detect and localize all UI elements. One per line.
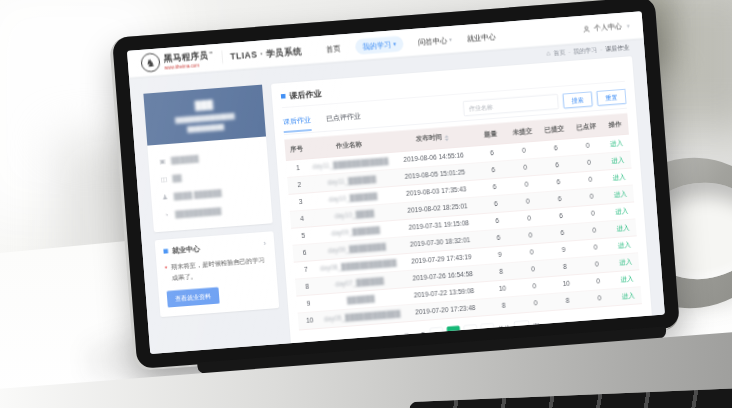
tab-homework[interactable]: 课后作业 [283,115,312,133]
cell-submitted: 8 [548,259,581,274]
info-text-redacted: ████ ██████ [173,188,221,199]
page-button-2[interactable]: 2 [464,324,478,338]
dark-horse-logo-icon: ♞ [140,52,160,72]
breadcrumb-separator: · [600,45,603,52]
cell-reviewed: 0 [578,223,611,238]
enter-link[interactable]: 进入 [619,258,633,266]
nav-qa-center-label: 问答中心 [418,35,448,47]
table-body: 1 day11_████████████ 2019-08-06 14:55:16… [286,134,642,330]
blue-square-icon [163,249,168,254]
profile-info-list: ▣██████ ◫██ ♟████ ██████ ◔██████████ [147,136,272,232]
goto-page-input[interactable] [514,320,530,334]
cell-no: 7 [294,262,318,277]
cell-question-count: 10 [486,281,519,296]
enter-link[interactable]: 进入 [622,292,636,300]
enter-link[interactable]: 进入 [615,207,629,215]
page-buttons: 12 [447,324,478,339]
cell-reviewed: 0 [573,155,606,170]
nav-home[interactable]: 首页 [326,43,341,54]
reset-button[interactable]: 重置 [596,89,626,106]
chevron-down-icon: ▾ [627,23,630,30]
homework-name-redacted: day11_████████████ [312,157,388,170]
column-header: 已提交 [538,119,571,139]
scene: ♞ 黑马程序员™ www.itheima.com TLIAS · 学员系统 首页… [0,0,732,408]
cell-no: 10 [298,313,322,328]
cell-no: 1 [286,161,310,176]
column-header: 已点评 [570,116,603,136]
cell-no: 9 [296,296,320,311]
job-center-notice: ● 期末将至，是时候检验自己的学习成果了。 [164,255,268,284]
cell-action: 进入 [610,221,637,236]
cell-submitted: 6 [541,157,574,172]
enter-link[interactable]: 进入 [614,190,628,198]
cell-action: 进入 [612,255,639,270]
homework-search-input[interactable] [463,94,559,116]
cell-submitted: 6 [542,174,575,189]
job-center-title: 就业中心 [172,244,201,255]
goto-unit: 页 [533,322,540,331]
cell-not-submitted: 0 [511,194,544,209]
cell-no: 8 [295,279,319,294]
brand: ♞ 黑马程序员™ www.itheima.com [140,48,214,73]
chevron-right-icon: › [263,239,266,248]
enter-link[interactable]: 进入 [610,139,624,147]
nav-qa-center[interactable]: 问答中心▾ [418,35,452,47]
sort-icon[interactable] [444,133,449,143]
cell-question-count: 8 [485,264,518,279]
notice-text: 期末将至，是时候检验自己的学习成果了。 [171,255,269,284]
cell-no: 3 [289,195,313,210]
column-header-label: 发布时间 [416,133,442,142]
cell-submitted: 6 [539,140,572,155]
homework-name-redacted: day08_████████████ [320,259,397,272]
cell-not-submitted: 0 [513,211,546,226]
cell-not-submitted: 0 [514,228,547,243]
cell-question-count: 6 [482,230,515,245]
cell-not-submitted: 0 [518,278,551,293]
prev-page-button[interactable]: ‹ [430,327,444,341]
tabs: 课后作业 已点评作业 [283,111,362,132]
panel-title: 课后作业 [289,88,322,101]
homework-name-redacted: day11_██████ [327,175,376,186]
cell-no: 6 [293,245,317,260]
tlias-app-window: ♞ 黑马程序员™ www.itheima.com TLIAS · 学员系统 首页… [127,11,665,354]
info-text-redacted: ██ [172,173,182,181]
nav-job-center[interactable]: 就业中心 [466,31,496,43]
job-center-header[interactable]: 就业中心 › [163,239,266,256]
breadcrumb-home[interactable]: 首页 [553,48,566,57]
cell-question-count: 8 [487,298,520,313]
cell-publish-time: 2019-07-20 17:23:48 [402,300,488,319]
homework-name-redacted: day10_██████ [328,192,377,203]
column-header: 操作 [601,114,628,134]
cell-action: 进入 [606,170,633,185]
enter-link[interactable]: 进入 [612,173,626,181]
chevron-down-icon: ▾ [393,40,396,47]
enter-link[interactable]: 进入 [616,224,630,232]
enter-link[interactable]: 进入 [620,275,634,283]
cell-action: 进入 [614,272,641,287]
breadcrumb-my-learning[interactable]: 我的学习 [573,45,598,55]
next-page-button[interactable]: › [481,323,495,337]
cell-action: 进入 [611,238,638,253]
job-materials-button[interactable]: 查看就业资料 [167,287,220,307]
clock-icon: ◔ [162,210,170,218]
homework-name-redacted: day05_████████████ [324,310,401,323]
cell-action: 进入 [607,187,634,202]
product-title: TLIAS · 学员系统 [230,45,303,62]
cell-question-count: 6 [481,213,514,228]
cell-reviewed: 0 [571,138,604,153]
tab-reviewed[interactable]: 已点评作业 [325,111,361,129]
nav-my-learning[interactable]: 我的学习▾ [355,35,404,54]
enter-link[interactable]: 进入 [611,156,625,164]
cell-not-submitted: 0 [510,177,543,192]
cell-reviewed: 0 [582,274,615,289]
page-button-1[interactable]: 1 [447,326,461,340]
column-header: 序号 [284,139,308,159]
enter-link[interactable]: 进入 [618,241,632,249]
cell-action: 进入 [603,136,630,151]
cell-not-submitted: 0 [517,262,550,277]
laptop-bezel: ♞ 黑马程序员™ www.itheima.com TLIAS · 学员系统 首页… [112,0,680,369]
divider [221,51,222,64]
user-icon [582,24,591,33]
search-button[interactable]: 搜索 [563,91,593,108]
user-menu[interactable]: 个人中心 ▾ [582,21,630,34]
